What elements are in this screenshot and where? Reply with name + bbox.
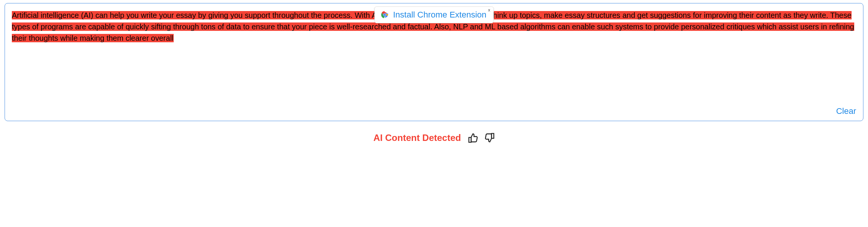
close-icon[interactable]: x <box>488 8 490 12</box>
svg-point-3 <box>384 14 386 16</box>
thumbs-up-icon[interactable] <box>468 133 479 143</box>
feedback-icons <box>468 133 495 143</box>
analyzed-text-area[interactable]: Artificial intelligence (AI) can help yo… <box>12 10 856 103</box>
chrome-extension-prompt[interactable]: Install Chrome Extension x <box>374 6 494 23</box>
clear-row: Clear <box>12 103 856 116</box>
text-input-panel: Install Chrome Extension x Artificial in… <box>5 3 863 121</box>
detection-status-label: AI Content Detected <box>373 133 461 143</box>
clear-button[interactable]: Clear <box>836 106 856 116</box>
thumbs-down-icon[interactable] <box>484 133 495 143</box>
chrome-icon <box>380 10 389 19</box>
extension-prompt-label: Install Chrome Extension <box>393 10 487 20</box>
detection-result-row: AI Content Detected <box>0 133 868 147</box>
